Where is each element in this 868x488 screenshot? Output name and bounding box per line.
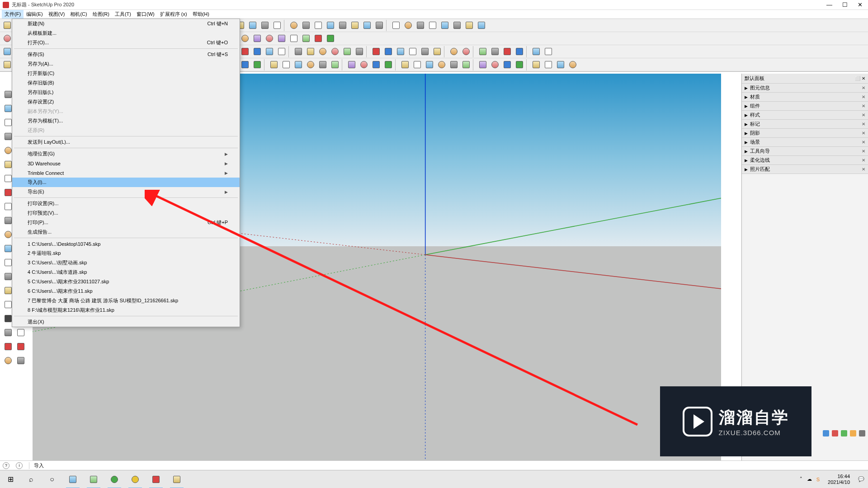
tool-button[interactable] (415, 20, 426, 31)
tool-button[interactable] (567, 59, 578, 70)
tool-button[interactable] (358, 59, 369, 70)
panel-close-icon[interactable]: ✕ (862, 167, 865, 172)
mini-icon[interactable] (859, 430, 865, 436)
panel-close-icon[interactable]: ✕ (862, 131, 865, 136)
taskbar-app[interactable] (166, 470, 187, 488)
tool-button[interactable] (280, 59, 292, 70)
menu-item[interactable]: 新建(N)Ctrl 键+N (12, 19, 240, 28)
menu-item[interactable]: 扩展程序 (x) (157, 10, 190, 19)
panel-section-header[interactable]: ▶材质✕ (742, 93, 868, 102)
tool-button[interactable] (312, 20, 324, 31)
tool-button[interactable] (2, 326, 14, 338)
search-button[interactable]: ⌕ (21, 470, 42, 488)
panel-section-header[interactable]: ▶图元信息✕ (742, 84, 868, 93)
start-button[interactable]: ⊞ (0, 470, 21, 488)
taskbar-app-sketchup[interactable] (146, 470, 166, 488)
tool-button[interactable] (300, 33, 311, 44)
tool-button[interactable] (427, 20, 438, 31)
menu-item[interactable]: 地理位置(G)▶ (12, 149, 240, 159)
panel-section-header[interactable]: ▶组件✕ (742, 102, 868, 111)
tool-button[interactable] (239, 33, 250, 44)
tool-button[interactable] (317, 46, 328, 57)
menu-item[interactable]: 6 C:\Users\...\期末作业11.skp (12, 286, 240, 296)
menu-item[interactable]: 保存旧版(B) (12, 78, 240, 88)
menu-item[interactable]: 编辑(E) (24, 10, 46, 19)
tool-button[interactable] (325, 20, 336, 31)
tool-button[interactable] (477, 59, 488, 70)
minimize-button[interactable]: — (826, 1, 832, 8)
tool-button[interactable] (514, 46, 525, 57)
tool-button[interactable] (1, 20, 13, 31)
menu-item[interactable]: 视图(V) (46, 10, 68, 19)
tool-button[interactable] (382, 59, 394, 70)
panel-section-header[interactable]: ▶工具向导✕ (742, 147, 868, 156)
tray-icon[interactable]: S (816, 477, 820, 482)
panel-section-header[interactable]: ▶标记✕ (742, 120, 868, 129)
tool-button[interactable] (288, 33, 299, 44)
menu-item[interactable]: 保存设置(Z) (12, 97, 240, 107)
panel-section-header[interactable]: ▶照片匹配✕ (742, 165, 868, 174)
tool-button[interactable] (436, 59, 447, 70)
menu-item[interactable]: 另存为(A)... (12, 59, 240, 69)
taskbar-app[interactable] (83, 470, 104, 488)
menu-item[interactable]: 2 牛逼哇啦.skp (12, 249, 240, 258)
panel-section-header[interactable]: ▶柔化边线✕ (742, 156, 868, 165)
tool-button[interactable] (489, 46, 500, 57)
tool-button[interactable] (395, 46, 406, 57)
tool-button[interactable] (14, 326, 27, 338)
tool-button[interactable] (530, 46, 542, 57)
tool-button[interactable] (448, 46, 459, 57)
menu-item[interactable]: 3D Warehouse▶ (12, 159, 240, 168)
tool-button[interactable] (264, 33, 275, 44)
panel-close-icon[interactable]: ✕ (862, 122, 865, 127)
panel-close-icon[interactable]: ✕ (862, 140, 865, 145)
menu-item[interactable]: 绘图(R) (90, 10, 112, 19)
tool-button[interactable] (390, 20, 401, 31)
tool-button[interactable] (542, 59, 554, 70)
tool-button[interactable] (373, 20, 385, 31)
mini-icon[interactable] (841, 430, 847, 436)
tray-pin-icon[interactable]: ⬜ ✕ (855, 76, 865, 81)
tool-button[interactable] (489, 59, 500, 70)
cortana-button[interactable]: ○ (42, 470, 62, 488)
tray-icon[interactable]: ☁ (807, 476, 812, 482)
tool-button[interactable] (325, 33, 336, 44)
panel-close-icon[interactable]: ✕ (862, 113, 865, 117)
maximize-button[interactable]: ☐ (842, 1, 848, 8)
panel-section-header[interactable]: ▶场景✕ (742, 138, 868, 147)
tool-button[interactable] (329, 46, 340, 57)
tool-button[interactable] (476, 20, 487, 31)
menu-item[interactable]: 打印设置(R)... (12, 199, 240, 208)
tool-button[interactable] (276, 33, 287, 44)
menu-item[interactable]: 从模板新建... (12, 28, 240, 38)
tool-button[interactable] (477, 46, 488, 57)
tool-button[interactable] (448, 59, 459, 70)
tray-header[interactable]: 默认面板 ⬜ ✕ (742, 74, 868, 84)
menu-item[interactable]: 退出(X) (12, 317, 240, 327)
tool-button[interactable] (463, 20, 475, 31)
tool-button[interactable] (501, 46, 513, 57)
tool-button[interactable] (514, 59, 525, 70)
taskbar-app[interactable] (62, 470, 83, 488)
tool-button[interactable] (411, 59, 423, 70)
taskbar-clock[interactable]: 16:44 2021/4/10 (824, 474, 854, 484)
notifications-icon[interactable]: 💬 (858, 476, 864, 482)
panel-section-header[interactable]: ▶样式✕ (742, 111, 868, 120)
tool-button[interactable] (251, 46, 263, 57)
tool-button[interactable] (2, 354, 14, 366)
panel-close-icon[interactable]: ✕ (862, 149, 865, 154)
tool-button[interactable] (271, 20, 283, 31)
tool-button[interactable] (402, 20, 414, 31)
tool-button[interactable] (292, 46, 304, 57)
tool-button[interactable] (399, 59, 410, 70)
menu-item[interactable]: 导出(E)▶ (12, 187, 240, 197)
taskbar-app[interactable] (104, 470, 125, 488)
tool-button[interactable] (268, 59, 279, 70)
menu-item[interactable]: 窗口(W) (134, 10, 157, 19)
menu-item[interactable]: 打开(O)...Ctrl 键+O (12, 38, 240, 47)
tool-button[interactable] (317, 59, 328, 70)
menu-item[interactable]: 相机(C) (67, 10, 90, 19)
tool-button[interactable] (251, 33, 263, 44)
tool-button[interactable] (542, 46, 554, 57)
tool-button[interactable] (501, 59, 513, 70)
